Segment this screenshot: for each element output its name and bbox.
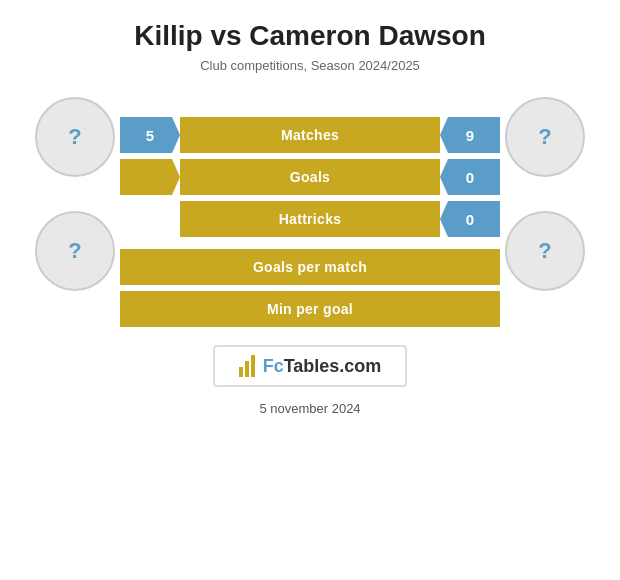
stat-row-goals: Goals 0 bbox=[120, 159, 500, 195]
stat-row-min-per-goal: Min per goal bbox=[120, 291, 500, 327]
stat-label-matches: Matches bbox=[180, 117, 440, 153]
bar3 bbox=[251, 355, 255, 377]
logo-text-tables: Tables.com bbox=[284, 356, 382, 376]
stat-label-goals-per-match: Goals per match bbox=[120, 249, 500, 285]
left-player-icon-top: ? bbox=[68, 124, 81, 150]
page-subtitle: Club competitions, Season 2024/2025 bbox=[200, 58, 420, 73]
left-player-column: ? ? bbox=[30, 97, 120, 291]
left-player-icon-bottom: ? bbox=[68, 238, 81, 264]
stat-label-hattricks: Hattricks bbox=[180, 201, 440, 237]
stat-label-min-per-goal: Min per goal bbox=[120, 291, 500, 327]
stat-right-matches: 9 bbox=[440, 117, 500, 153]
stat-left-matches: 5 bbox=[120, 117, 180, 153]
left-player-avatar-bottom: ? bbox=[35, 211, 115, 291]
stats-column: 5 Matches 9 Goals 0 bbox=[120, 117, 500, 327]
logo-area: FcTables.com bbox=[213, 345, 408, 387]
right-player-column: ? ? bbox=[500, 97, 590, 291]
date-text: 5 november 2024 bbox=[259, 401, 360, 416]
stat-row-matches: 5 Matches 9 bbox=[120, 117, 500, 153]
right-player-icon-top: ? bbox=[538, 124, 551, 150]
page-container: Killip vs Cameron Dawson Club competitio… bbox=[0, 0, 620, 580]
stat-left-goals bbox=[120, 159, 180, 195]
stat-right-hattricks: 0 bbox=[440, 201, 500, 237]
right-player-avatar-top: ? bbox=[505, 97, 585, 177]
right-player-icon-bottom: ? bbox=[538, 238, 551, 264]
stat-row-hattricks: Hattricks 0 bbox=[120, 201, 500, 237]
stat-row-goals-per-match: Goals per match bbox=[120, 249, 500, 285]
stat-right-goals: 0 bbox=[440, 159, 500, 195]
logo-text-fc: Fc bbox=[263, 356, 284, 376]
logo-box: FcTables.com bbox=[213, 345, 408, 387]
left-player-avatar-top: ? bbox=[35, 97, 115, 177]
stat-label-goals: Goals bbox=[180, 159, 440, 195]
logo-icon bbox=[239, 355, 255, 377]
right-player-avatar-bottom: ? bbox=[505, 211, 585, 291]
bar2 bbox=[245, 361, 249, 377]
comparison-area: ? ? 5 Matches 9 G bbox=[30, 97, 590, 327]
page-title: Killip vs Cameron Dawson bbox=[134, 20, 486, 52]
bar1 bbox=[239, 367, 243, 377]
logo-text: FcTables.com bbox=[263, 356, 382, 377]
